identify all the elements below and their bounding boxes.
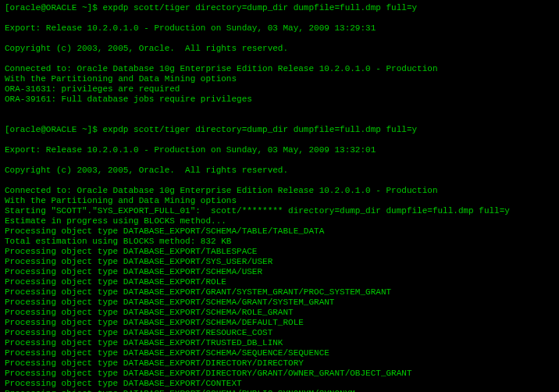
terminal-line: Processing object type DATABASE_EXPORT/S… xyxy=(5,318,554,328)
terminal-line: With the Partitioning and Data Mining op… xyxy=(5,196,554,206)
terminal-line: [oracle@ORACLE ~]$ expdp scott/tiger dir… xyxy=(5,125,554,135)
terminal-line xyxy=(5,34,554,44)
terminal-line: Processing object type DATABASE_EXPORT/D… xyxy=(5,358,554,369)
terminal-line: Processing object type DATABASE_EXPORT/S… xyxy=(5,267,554,277)
terminal-output: [oracle@ORACLE ~]$ expdp scott/tiger dir… xyxy=(0,0,559,392)
terminal-line: Processing object type DATABASE_EXPORT/S… xyxy=(5,308,554,318)
terminal-line: Processing object type DATABASE_EXPORT/T… xyxy=(5,338,554,348)
terminal-line: Processing object type DATABASE_EXPORT/T… xyxy=(5,247,554,257)
terminal-line: Copyright (c) 2003, 2005, Oracle. All ri… xyxy=(5,44,554,54)
terminal-line: ORA-31631: privileges are required xyxy=(5,84,554,94)
terminal-line: Processing object type DATABASE_EXPORT/R… xyxy=(5,328,554,338)
terminal-line: Processing object type DATABASE_EXPORT/S… xyxy=(5,348,554,358)
terminal-line: [oracle@ORACLE ~]$ expdp scott/tiger dir… xyxy=(5,3,554,13)
terminal-line xyxy=(5,155,554,166)
terminal-line: Processing object type DATABASE_EXPORT/C… xyxy=(5,379,554,389)
terminal-line: Processing object type DATABASE_EXPORT/S… xyxy=(5,389,554,392)
terminal-line xyxy=(5,115,554,125)
terminal-line xyxy=(5,13,554,23)
terminal-line: Export: Release 10.2.0.1.0 - Production … xyxy=(5,23,554,34)
terminal-line: Processing object type DATABASE_EXPORT/G… xyxy=(5,287,554,298)
terminal-line: Processing object type DATABASE_EXPORT/R… xyxy=(5,277,554,287)
terminal-line: Total estimation using BLOCKS method: 83… xyxy=(5,237,554,247)
terminal-line xyxy=(5,105,554,115)
terminal-line: Processing object type DATABASE_EXPORT/S… xyxy=(5,257,554,267)
terminal-line: ORA-39161: Full database jobs require pr… xyxy=(5,94,554,105)
terminal-line: Processing object type DATABASE_EXPORT/D… xyxy=(5,369,554,379)
terminal-line: Connected to: Oracle Database 10g Enterp… xyxy=(5,186,554,196)
terminal-line: Export: Release 10.2.0.1.0 - Production … xyxy=(5,145,554,155)
terminal-line: Starting "SCOTT"."SYS_EXPORT_FULL_01": s… xyxy=(5,206,554,216)
terminal-line: Estimate in progress using BLOCKS method… xyxy=(5,216,554,226)
terminal-line: Connected to: Oracle Database 10g Enterp… xyxy=(5,64,554,74)
terminal-line xyxy=(5,54,554,64)
terminal-line: With the Partitioning and Data Mining op… xyxy=(5,74,554,84)
terminal-line xyxy=(5,176,554,186)
terminal-line xyxy=(5,135,554,145)
terminal-line: Processing object type DATABASE_EXPORT/S… xyxy=(5,226,554,237)
terminal-line: Copyright (c) 2003, 2005, Oracle. All ri… xyxy=(5,166,554,176)
terminal-line: Processing object type DATABASE_EXPORT/S… xyxy=(5,298,554,308)
